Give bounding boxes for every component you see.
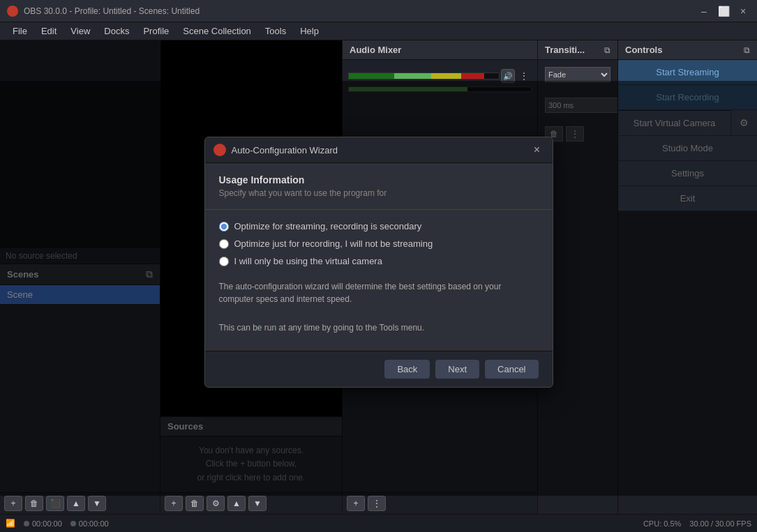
app-icon [7, 6, 18, 17]
controls-title: Controls [625, 45, 662, 55]
record-time: 00:00:00 [79, 519, 109, 528]
transitions-title: Transiti... [545, 45, 585, 55]
menu-docks[interactable]: Docks [97, 24, 136, 38]
radio-record-label: Optimize just for recording, I will not … [234, 238, 433, 249]
scene-down-button[interactable]: ▼ [88, 496, 106, 511]
stream-status-dot [24, 521, 29, 526]
dialog-titlebar: Auto-Configuration Wizard × [205, 137, 553, 163]
menubar: File Edit View Docks Profile Scene Colle… [0, 22, 757, 40]
remove-scene-button[interactable]: 🗑 [25, 496, 43, 511]
menu-file[interactable]: File [6, 24, 34, 38]
dialog-footer: Back Next Cancel [205, 351, 553, 387]
radio-vcam-label: I will only be using the virtual camera [234, 256, 382, 266]
usage-subtitle: Specify what you want to use the program… [219, 188, 539, 198]
radio-record-input[interactable] [219, 239, 229, 249]
transitions-menu-button[interactable]: ⧉ [604, 45, 610, 55]
cancel-button[interactable]: Cancel [485, 360, 538, 379]
cpu-usage: CPU: 0.5% [643, 519, 681, 528]
record-status-dot [70, 521, 76, 526]
next-button[interactable]: Next [435, 360, 479, 379]
dialog-separator [205, 209, 553, 210]
stream-time-status: 00:00:00 [24, 519, 62, 528]
remove-source-button[interactable]: 🗑 [186, 496, 204, 511]
radio-stream-input[interactable] [219, 222, 229, 231]
info-text-2: This can be run at any time by going to … [219, 321, 539, 334]
transition-type-select[interactable]: Fade Cut [545, 67, 610, 82]
level-green [349, 73, 394, 79]
radio-stream-label: Optimize for streaming, recording is sec… [234, 221, 422, 231]
controls-menu-button[interactable]: ⧉ [744, 45, 750, 55]
fps-display: 30.00 / 30.00 FPS [689, 519, 751, 528]
signal-strength: 📶 [6, 519, 15, 528]
titlebar: OBS 30.0.0 - Profile: Untitled - Scenes:… [0, 0, 757, 22]
minimize-button[interactable]: – [697, 4, 711, 18]
record-time-status: 00:00:00 [70, 519, 109, 528]
menu-tools[interactable]: Tools [258, 24, 293, 38]
window-title: OBS 30.0.0 - Profile: Untitled - Scenes:… [24, 6, 697, 16]
level-red [461, 73, 484, 79]
source-settings-button[interactable]: ⚙ [207, 496, 225, 511]
controls-header: Controls ⧉ [618, 40, 757, 60]
scene-filter-button[interactable]: ⬛ [46, 496, 64, 511]
level-yellow [431, 73, 461, 79]
menu-edit[interactable]: Edit [34, 24, 63, 38]
source-up-button[interactable]: ▲ [227, 496, 246, 511]
usage-title: Usage Information [219, 174, 539, 185]
menu-profile[interactable]: Profile [136, 24, 176, 38]
dialog-title-left: Auto-Configuration Wizard [213, 144, 338, 156]
dialog-body: Usage Information Specify what you want … [205, 163, 553, 351]
radio-item-record[interactable]: Optimize just for recording, I will not … [219, 238, 539, 249]
level-meter [348, 73, 500, 79]
level-light-green [394, 73, 432, 79]
dialog-logo-icon [213, 144, 226, 156]
radio-group: Optimize for streaming, recording is sec… [219, 221, 539, 266]
add-scene-button[interactable]: + [4, 496, 22, 511]
menu-scene-collection[interactable]: Scene Collection [176, 24, 258, 38]
radio-vcam-input[interactable] [219, 257, 229, 266]
dialog-title-text: Auto-Configuration Wizard [232, 145, 338, 155]
mixer-title: Audio Mixer [350, 45, 401, 55]
auto-config-dialog: Auto-Configuration Wizard × Usage Inform… [204, 137, 553, 388]
radio-item-stream[interactable]: Optimize for streaming, recording is sec… [219, 221, 539, 231]
mixer-header: Audio Mixer [343, 40, 537, 60]
scene-up-button[interactable]: ▲ [67, 496, 85, 511]
window-controls: – ⬜ × [697, 4, 750, 18]
maximize-button[interactable]: ⬜ [717, 4, 730, 18]
transitions-header: Transiti... ⧉ [538, 40, 617, 60]
dialog-overlay: Auto-Configuration Wizard × Usage Inform… [0, 81, 757, 496]
mixer-add-button[interactable]: + [347, 496, 365, 511]
close-window-button[interactable]: × [736, 4, 750, 18]
mixer-menu-button[interactable]: ⋮ [368, 496, 386, 511]
menu-view[interactable]: View [63, 24, 97, 38]
menu-help[interactable]: Help [293, 24, 326, 38]
radio-item-vcam[interactable]: I will only be using the virtual camera [219, 256, 539, 266]
status-bar: 📶 00:00:00 00:00:00 CPU: 0.5% 30.00 / 30… [0, 514, 757, 532]
back-button[interactable]: Back [384, 360, 430, 379]
signal-icon: 📶 [6, 519, 15, 528]
add-source-button[interactable]: + [165, 496, 183, 511]
info-text-1: The auto-configuration wizard will deter… [219, 280, 539, 305]
stream-time: 00:00:00 [32, 519, 62, 528]
source-down-button[interactable]: ▼ [248, 496, 267, 511]
dialog-close-button[interactable]: × [530, 143, 544, 157]
